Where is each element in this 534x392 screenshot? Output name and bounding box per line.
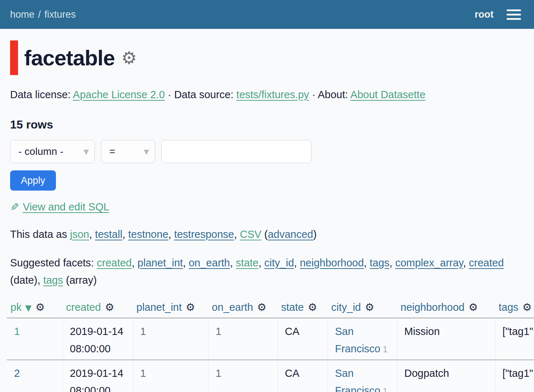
cell-neighborhood: Mission bbox=[397, 318, 495, 360]
inline-text: Data license: bbox=[10, 89, 73, 100]
column-menu-gear-icon[interactable]: ⚙ bbox=[468, 301, 478, 313]
cell-pk: 1 bbox=[7, 318, 62, 360]
breadcrumb: home / fixtures bbox=[10, 9, 76, 20]
column-menu-gear-icon[interactable]: ⚙ bbox=[257, 301, 267, 313]
state-value: CA bbox=[285, 326, 299, 337]
advanced-link[interactable]: advanced bbox=[268, 228, 313, 240]
column-sort-link-created[interactable]: created bbox=[66, 301, 101, 313]
column-sort-link-planet_int[interactable]: planet_int bbox=[136, 301, 182, 313]
city-id-link[interactable]: city_id bbox=[264, 257, 294, 269]
inline-text: , bbox=[258, 257, 264, 269]
inline-text: ) bbox=[313, 228, 317, 240]
pencil-icon: ✎ bbox=[10, 201, 19, 213]
column-menu-gear-icon[interactable]: ⚙ bbox=[35, 301, 45, 313]
about-datasette-link[interactable]: About Datasette bbox=[350, 89, 425, 100]
column-menu-gear-icon[interactable]: ⚙ bbox=[186, 301, 195, 313]
column-sort-link-tags[interactable]: tags bbox=[499, 301, 518, 313]
column-menu-gear-icon[interactable]: ⚙ bbox=[365, 301, 374, 313]
export-links-line: This data as json, testall, testnone, te… bbox=[10, 228, 534, 240]
cell-created: 2019-01-14 08:00:00 bbox=[62, 318, 133, 360]
inline-text: Suggested facets: bbox=[10, 257, 97, 269]
neighborhood-link[interactable]: neighborhood bbox=[300, 257, 364, 269]
inline-text: · Data source: bbox=[165, 89, 236, 100]
column-sort-link-neighborhood[interactable]: neighborhood bbox=[400, 301, 464, 313]
title-accent-bar bbox=[10, 40, 18, 75]
city_id-link[interactable]: San Francisco bbox=[335, 326, 381, 354]
metadata-line: Data license: Apache License 2.0 · Data … bbox=[10, 89, 534, 101]
filter-bar: - column - ▼ = ▼ bbox=[10, 140, 534, 163]
inline-text: · About: bbox=[309, 89, 350, 100]
planet_int-value: 1 bbox=[140, 326, 146, 337]
filter-column-value: - column - bbox=[18, 146, 63, 157]
top-navigation-bar: home / fixtures root bbox=[0, 0, 534, 29]
filter-operator-value: = bbox=[109, 146, 115, 157]
on-earth-link[interactable]: on_earth bbox=[189, 257, 230, 269]
chevron-down-icon: ▼ bbox=[83, 148, 89, 156]
table-row: 12019-01-14 08:00:0011CASan Francisco 1M… bbox=[7, 318, 534, 360]
row-count-heading: 15 rows bbox=[10, 118, 534, 131]
page-title-row: facetable ⚙ bbox=[10, 40, 534, 75]
column-sort-link-on_earth[interactable]: on_earth bbox=[212, 301, 253, 313]
created-link[interactable]: created bbox=[469, 257, 504, 269]
state-link[interactable]: state bbox=[236, 257, 259, 269]
inline-text: , bbox=[389, 257, 395, 269]
sort-descending-icon: ▼ bbox=[25, 303, 32, 313]
logged-in-user-link[interactable]: root bbox=[475, 9, 494, 20]
pk-link[interactable]: 2 bbox=[14, 367, 20, 379]
inline-text: , bbox=[234, 228, 240, 240]
column-header-neighborhood: neighborhood⚙ bbox=[397, 300, 495, 318]
inline-text: , bbox=[89, 228, 95, 240]
testnone-link[interactable]: testnone bbox=[128, 228, 168, 240]
tags-link[interactable]: tags bbox=[369, 257, 389, 269]
inline-text: (date), bbox=[10, 274, 43, 286]
inline-text: , bbox=[294, 257, 300, 269]
column-header-city_id: city_id⚙ bbox=[328, 300, 397, 318]
city_id-link[interactable]: San Francisco bbox=[335, 367, 381, 392]
testall-link[interactable]: testall bbox=[95, 228, 122, 240]
tags-link[interactable]: tags bbox=[43, 274, 63, 286]
testresponse-link[interactable]: testresponse bbox=[174, 228, 234, 240]
inline-text: , bbox=[168, 228, 174, 240]
inline-text: (array) bbox=[63, 274, 97, 286]
chevron-down-icon: ▼ bbox=[144, 148, 149, 156]
inline-text: , bbox=[364, 257, 369, 269]
nav-right-group: root bbox=[475, 9, 521, 20]
column-menu-gear-icon[interactable]: ⚙ bbox=[105, 301, 114, 313]
cell-created: 2019-01-14 08:00:00 bbox=[62, 360, 133, 392]
table-settings-gear-icon[interactable]: ⚙ bbox=[121, 49, 137, 66]
planet-int-link[interactable]: planet_int bbox=[137, 257, 183, 269]
view-edit-sql-link[interactable]: View and edit SQL bbox=[23, 201, 109, 213]
json-link[interactable]: json bbox=[70, 228, 89, 240]
apache-license-2-0-link[interactable]: Apache License 2.0 bbox=[73, 89, 165, 100]
filter-column-select[interactable]: - column - ▼ bbox=[10, 140, 95, 163]
filter-value-input[interactable] bbox=[161, 140, 311, 163]
breadcrumb-database-link[interactable]: fixtures bbox=[44, 9, 76, 20]
apply-button[interactable]: Apply bbox=[10, 170, 56, 191]
pk-link[interactable]: 1 bbox=[14, 326, 20, 337]
column-menu-gear-icon[interactable]: ⚙ bbox=[308, 301, 317, 313]
tags-value: ["tag1", "tag2"] bbox=[503, 326, 534, 337]
csv-link[interactable]: CSV bbox=[240, 228, 262, 240]
column-header-pk: pk▼⚙ bbox=[7, 300, 62, 318]
hamburger-menu-icon[interactable] bbox=[507, 9, 521, 20]
on_earth-value: 1 bbox=[216, 367, 222, 379]
neighborhood-value: Mission bbox=[404, 326, 440, 337]
created-link[interactable]: created bbox=[97, 257, 132, 269]
tests-fixtures-py-link[interactable]: tests/fixtures.py bbox=[236, 89, 309, 100]
column-menu-gear-icon[interactable]: ⚙ bbox=[522, 301, 532, 313]
page-title: facetable bbox=[24, 45, 115, 70]
cell-on_earth: 1 bbox=[208, 318, 277, 360]
complex-array-link[interactable]: complex_array bbox=[395, 257, 463, 269]
state-value: CA bbox=[285, 367, 299, 379]
cell-planet_int: 1 bbox=[133, 318, 208, 360]
sql-edit-line: ✎ View and edit SQL bbox=[10, 201, 534, 213]
column-sort-link-city_id[interactable]: city_id bbox=[331, 301, 361, 313]
breadcrumb-home-link[interactable]: home bbox=[10, 9, 35, 20]
cell-planet_int: 1 bbox=[133, 360, 208, 392]
created-value: 2019-01-14 08:00:00 bbox=[70, 367, 123, 392]
filter-operator-select[interactable]: = ▼ bbox=[101, 140, 155, 163]
inline-text: , bbox=[132, 257, 137, 269]
column-sort-link-pk[interactable]: pk bbox=[10, 301, 22, 313]
column-header-state: state⚙ bbox=[277, 300, 328, 318]
column-sort-link-state[interactable]: state bbox=[281, 301, 304, 313]
